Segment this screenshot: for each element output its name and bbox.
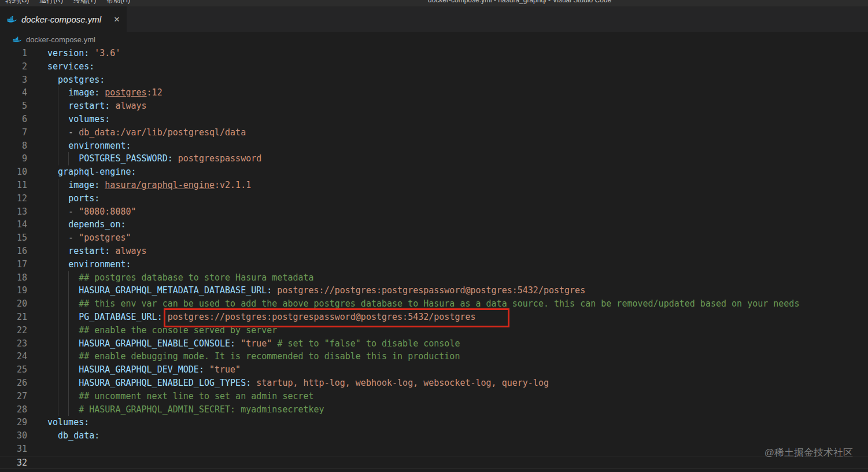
code-line[interactable]: 28 # HASURA_GRAPHQL_ADMIN_SECRET: myadmi… <box>0 403 868 416</box>
code-line[interactable]: 31 <box>0 443 868 456</box>
code-line[interactable]: 26 HASURA_GRAPHQL_ENABLED_LOG_TYPES: sta… <box>0 377 868 390</box>
code-token: ## uncomment next line to set an admin s… <box>79 391 313 401</box>
code-token: POSTGRES_PASSWORD: <box>79 153 173 164</box>
code-line[interactable]: 3 postgres: <box>0 73 868 87</box>
code-line-content: environment: <box>47 139 868 153</box>
code-line[interactable]: 6 volumes: <box>0 113 868 126</box>
code-token <box>47 167 58 177</box>
code-token <box>47 325 79 335</box>
line-number: 30 <box>0 429 27 443</box>
code-line-content: restart: always <box>47 245 868 258</box>
line-number: 6 <box>0 113 27 126</box>
code-line[interactable]: 1version: '3.6' <box>0 47 868 60</box>
code-line[interactable]: 18 ## postgres database to store Hasura … <box>0 271 868 285</box>
code-line[interactable]: 24 ## enable debugging mode. It is recom… <box>0 350 868 363</box>
code-line-content: version: '3.6' <box>47 47 868 60</box>
line-number: 10 <box>0 165 27 179</box>
code-line-content: ## this env var can be used to add the a… <box>47 297 868 311</box>
code-line[interactable]: 17 environment: <box>0 258 868 271</box>
code-line-content: volumes: <box>47 113 868 126</box>
line-number: 23 <box>0 337 27 351</box>
code-line[interactable]: 20 ## this env var can be used to add th… <box>0 297 868 311</box>
tab-docker-compose-yml[interactable]: docker-compose.yml × <box>0 6 127 32</box>
menu-item[interactable]: 转到(G) <box>0 0 34 5</box>
menu-item[interactable]: 终端(T) <box>68 0 101 5</box>
code-line[interactable]: 8 environment: <box>0 139 868 153</box>
code-line-content: volumes: <box>47 416 868 429</box>
indent-guide <box>58 179 58 192</box>
code-area[interactable]: 1version: '3.6'2services:3 postgres:4 im… <box>0 47 868 469</box>
code-line[interactable]: 15 - "postgres" <box>0 231 868 245</box>
code-line-content: HASURA_GRAPHQL_ENABLED_LOG_TYPES: startu… <box>47 377 868 390</box>
code-line[interactable]: 13 - "8080:8080" <box>0 205 868 219</box>
code-line[interactable]: 11 image: hasura/graphql-engine:v2.1.1 <box>0 179 868 192</box>
code-line[interactable]: 22 ## enable the console served by serve… <box>0 324 868 337</box>
code-token <box>99 180 105 190</box>
indent-guide <box>58 311 58 324</box>
indent-guide <box>58 284 58 297</box>
code-token <box>89 48 94 58</box>
line-number: 21 <box>0 311 27 324</box>
close-icon[interactable]: × <box>114 14 120 24</box>
code-token: # set to "false" to disable console <box>277 338 460 349</box>
file-link[interactable]: postgres <box>105 87 146 98</box>
code-line[interactable]: 9 POSTGRES_PASSWORD: postgrespassword <box>0 152 868 165</box>
line-number: 12 <box>0 192 27 205</box>
code-line[interactable]: 16 restart: always <box>0 245 868 258</box>
code-line[interactable]: 21 PG_DATABASE_URL: postgres://postgres:… <box>0 311 868 324</box>
code-line[interactable]: 7 - db_data:/var/lib/postgresql/data <box>0 126 868 139</box>
code-token <box>47 404 79 415</box>
code-line[interactable]: 4 image: postgres:12 <box>0 86 868 99</box>
code-line-content: ## enable debugging mode. It is recommen… <box>47 350 868 363</box>
code-line[interactable]: 32 <box>0 456 868 469</box>
line-number: 26 <box>0 377 27 390</box>
code-token <box>173 153 178 164</box>
indent-guide <box>58 245 58 258</box>
code-line[interactable]: 25 HASURA_GRAPHQL_DEV_MODE: "true" <box>0 363 868 377</box>
code-token: graphql-engine: <box>58 167 136 177</box>
menu-item[interactable]: 运行(R) <box>34 0 68 5</box>
code-line[interactable]: 5 restart: always <box>0 99 868 113</box>
code-token: db_data: <box>58 430 99 441</box>
code-line-content: ports: <box>47 192 868 205</box>
code-line[interactable]: 10 graphql-engine: <box>0 165 868 179</box>
indent-guide <box>58 363 58 377</box>
docker-icon <box>13 36 21 43</box>
line-number: 11 <box>0 179 27 192</box>
code-token <box>47 391 79 401</box>
menu-item[interactable]: 帮助(H) <box>101 0 135 5</box>
code-line[interactable]: 23 HASURA_GRAPHQL_ENABLE_CONSOLE: "true"… <box>0 337 868 351</box>
code-line[interactable]: 14 depends_on: <box>0 218 868 231</box>
window-title: docker-compose.yml - hasura_graphql - Vi… <box>428 0 611 6</box>
code-line[interactable]: 19 HASURA_GRAPHQL_METADATA_DATABASE_URL:… <box>0 284 868 297</box>
code-line-content: image: hasura/graphql-engine:v2.1.1 <box>47 179 868 192</box>
code-token: version: <box>47 48 89 58</box>
code-line[interactable]: 30 db_data: <box>0 429 868 443</box>
code-line[interactable]: 29volumes: <box>0 416 868 429</box>
code-line[interactable]: 27 ## uncomment next line to set an admi… <box>0 390 868 403</box>
editor[interactable]: 1version: '3.6'2services:3 postgres:4 im… <box>0 47 868 472</box>
watermark: @稀土掘金技术社区 <box>764 446 853 459</box>
indent-guide <box>68 390 69 403</box>
code-line-content <box>47 443 868 456</box>
code-token: restart: <box>68 246 110 256</box>
code-token <box>47 351 79 362</box>
indent-guide <box>58 350 58 363</box>
line-number: 18 <box>0 271 27 285</box>
code-line-content: # HASURA_GRAPHQL_ADMIN_SECRET: myadminse… <box>47 403 868 416</box>
code-token <box>204 364 209 375</box>
indent-guide <box>68 324 69 337</box>
code-line[interactable]: 12 ports: <box>0 192 868 205</box>
breadcrumb-file[interactable]: docker-compose.yml <box>26 35 95 44</box>
indent-guide <box>58 205 58 219</box>
code-token: volumes: <box>68 114 110 124</box>
code-line[interactable]: 2services: <box>0 60 868 73</box>
code-token: ## enable debugging mode. It is recommen… <box>79 351 460 362</box>
code-token: restart: <box>68 101 110 111</box>
code-line-content: PG_DATABASE_URL: postgres://postgres:pos… <box>47 311 868 324</box>
code-token: - <box>47 233 79 243</box>
file-link[interactable]: hasura/graphql-engine <box>105 180 215 190</box>
code-token: ## this env var can be used to add the a… <box>79 298 799 309</box>
code-line-content: ## postgres database to store Hasura met… <box>47 271 868 285</box>
line-number: 19 <box>0 284 27 297</box>
